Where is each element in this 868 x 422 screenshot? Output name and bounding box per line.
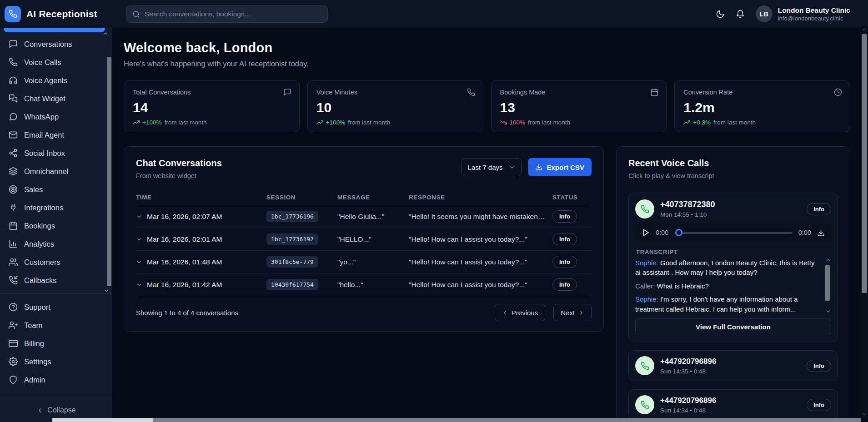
help-circle-icon bbox=[9, 303, 18, 312]
info-button[interactable]: Info bbox=[807, 203, 831, 215]
sidebar-scroll-down-icon[interactable] bbox=[103, 288, 110, 294]
sidebar-scroll-up-icon[interactable] bbox=[102, 30, 109, 37]
table-row[interactable]: Mar 16, 2026, 01:48 AM 301f8c5e-779 "yo.… bbox=[136, 250, 592, 273]
transcript-scroll-down-icon[interactable] bbox=[825, 308, 831, 314]
stat-label: Voice Minutes bbox=[316, 89, 474, 96]
chevron-right-icon bbox=[578, 310, 584, 316]
table-row[interactable]: Mar 16, 2026, 02:07 AM 1bc_17736196 "Hel… bbox=[136, 205, 592, 228]
transcript-text: What is Hebraic? bbox=[657, 282, 709, 290]
table-header: TIME SESSION MESSAGE RESPONSE STATUS bbox=[136, 189, 592, 205]
date-range-select[interactable]: Last 7 days bbox=[462, 158, 522, 176]
sidebar-item-chat-widget[interactable]: Chat Widget bbox=[0, 89, 112, 108]
sidebar-item-label: Voice Agents bbox=[24, 76, 67, 85]
sidebar-item-voice-calls[interactable]: Voice Calls bbox=[0, 53, 112, 71]
call-number: +40737872380 bbox=[660, 200, 715, 209]
transcript-speaker: Sophie: bbox=[635, 295, 658, 303]
sidebar-item-label: Omnichannel bbox=[24, 167, 68, 176]
row-time: Mar 16, 2026, 02:01 AM bbox=[147, 235, 222, 243]
horizontal-scrollbar-thumb[interactable] bbox=[52, 418, 153, 422]
sidebar-item-omnichannel[interactable]: Omnichannel bbox=[0, 162, 112, 180]
info-button[interactable]: Info bbox=[552, 210, 577, 223]
slider-thumb[interactable] bbox=[675, 229, 682, 236]
sidebar-item-bookings[interactable]: Bookings bbox=[0, 217, 112, 235]
sidebar-item-label: Social Inbox bbox=[24, 149, 65, 158]
previous-page-button[interactable]: Previous bbox=[495, 304, 545, 321]
stat-value: 14 bbox=[133, 100, 291, 115]
transcript-scroll-area[interactable]: Sophie: Good afternoon, London Beauty Cl… bbox=[635, 258, 831, 314]
call-avatar bbox=[635, 356, 654, 375]
active-nav-indicator bbox=[4, 28, 105, 32]
pagination-summary: Showing 1 to 4 of 4 conversations bbox=[136, 309, 238, 317]
sidebar-item-conversations[interactable]: Conversations bbox=[0, 35, 112, 53]
current-time: 0:00 bbox=[656, 229, 668, 236]
sidebar-item-label: Analytics bbox=[24, 240, 54, 248]
phone-icon bbox=[9, 10, 17, 18]
sidebar-item-customers[interactable]: Customers bbox=[0, 253, 112, 271]
transcript-line: Sophie: I'm sorry, I don't have any info… bbox=[635, 294, 819, 314]
scroll-up-icon[interactable] bbox=[862, 27, 867, 32]
notifications-button[interactable] bbox=[736, 10, 745, 19]
vertical-scrollbar-thumb[interactable] bbox=[862, 34, 867, 293]
column-header-response: RESPONSE bbox=[409, 194, 552, 201]
sidebar-item-billing[interactable]: Billing bbox=[0, 334, 112, 352]
stat-trend-value: +0.3% bbox=[693, 119, 711, 126]
download-recording-button[interactable] bbox=[817, 229, 825, 237]
session-badge: 1bc_17736192 bbox=[266, 233, 318, 245]
phone-icon bbox=[641, 362, 649, 370]
sidebar-item-voice-agents[interactable]: Voice Agents bbox=[0, 71, 112, 89]
sidebar-item-support[interactable]: Support bbox=[0, 298, 112, 316]
voice-call-card[interactable]: +447920796896 Sun 14:35 • 0:48 Info bbox=[628, 350, 838, 381]
chevron-down-icon[interactable] bbox=[136, 236, 142, 243]
voice-call-card[interactable]: +447920796896 Sun 14:34 • 0:48 Info bbox=[628, 389, 838, 420]
account-menu[interactable]: LB London Beauty Clinic info@londonbeaut… bbox=[756, 5, 850, 22]
transcript-scrollbar-thumb[interactable] bbox=[825, 265, 830, 301]
info-button[interactable]: Info bbox=[552, 233, 577, 245]
gear-icon bbox=[9, 357, 18, 366]
scroll-down-icon[interactable] bbox=[862, 412, 867, 417]
date-range-value: Last 7 days bbox=[468, 164, 503, 171]
stats-row: Total Conversations 14 +100% from last m… bbox=[124, 80, 850, 132]
search-input[interactable] bbox=[145, 10, 322, 18]
calendar-icon bbox=[9, 221, 18, 230]
sidebar-item-social-inbox[interactable]: Social Inbox bbox=[0, 144, 112, 162]
column-header-time: TIME bbox=[136, 194, 266, 201]
transcript-scroll-up-icon[interactable] bbox=[825, 258, 831, 263]
sidebar-item-callbacks[interactable]: Callbacks bbox=[0, 271, 112, 289]
horizontal-scrollbar[interactable] bbox=[52, 418, 861, 422]
trending-up-icon bbox=[683, 119, 690, 126]
sidebar-item-admin[interactable]: Admin bbox=[0, 371, 112, 389]
sidebar-scrollbar-thumb[interactable] bbox=[107, 57, 111, 286]
chevron-down-icon[interactable] bbox=[136, 282, 142, 288]
seek-slider[interactable] bbox=[674, 229, 793, 237]
table-row[interactable]: Mar 16, 2026, 02:01 AM 1bc_17736192 "HEL… bbox=[136, 228, 592, 250]
avatar: LB bbox=[756, 5, 773, 22]
info-button[interactable]: Info bbox=[552, 278, 577, 291]
sidebar-item-whatsapp[interactable]: WhatsApp bbox=[0, 108, 112, 126]
stat-trend-value: +100% bbox=[142, 119, 161, 126]
info-button[interactable]: Info bbox=[807, 360, 831, 372]
sidebar-item-email-agent[interactable]: Email Agent bbox=[0, 126, 112, 144]
global-search[interactable] bbox=[126, 5, 328, 23]
sidebar-item-integrations[interactable]: Integrations bbox=[0, 199, 112, 217]
info-button[interactable]: Info bbox=[552, 256, 577, 268]
headphones-icon bbox=[9, 76, 18, 85]
row-response: "Hello! It seems you might have mistaken… bbox=[409, 213, 552, 221]
sidebar-item-settings[interactable]: Settings bbox=[0, 352, 112, 371]
sidebar-divider bbox=[0, 293, 112, 294]
export-csv-button[interactable]: Export CSV bbox=[528, 158, 592, 176]
bar-chart-icon bbox=[9, 239, 18, 248]
table-row[interactable]: Mar 16, 2026, 01:42 AM 10430f617754 "hel… bbox=[136, 273, 592, 296]
play-button[interactable] bbox=[642, 228, 650, 237]
stat-trend-value: 100% bbox=[510, 119, 526, 126]
chevron-down-icon[interactable] bbox=[136, 259, 142, 265]
theme-toggle-button[interactable] bbox=[716, 10, 725, 19]
sidebar-item-analytics[interactable]: Analytics bbox=[0, 235, 112, 253]
view-full-conversation-button[interactable]: View Full Conversation bbox=[635, 318, 831, 335]
sidebar-item-team[interactable]: Team bbox=[0, 316, 112, 334]
vertical-scrollbar[interactable] bbox=[861, 26, 868, 418]
next-page-button[interactable]: Next bbox=[553, 304, 592, 321]
sidebar-item-label: Integrations bbox=[24, 204, 63, 212]
sidebar-item-sales[interactable]: Sales bbox=[0, 180, 112, 199]
info-button[interactable]: Info bbox=[807, 399, 831, 411]
chevron-down-icon[interactable] bbox=[136, 213, 142, 220]
